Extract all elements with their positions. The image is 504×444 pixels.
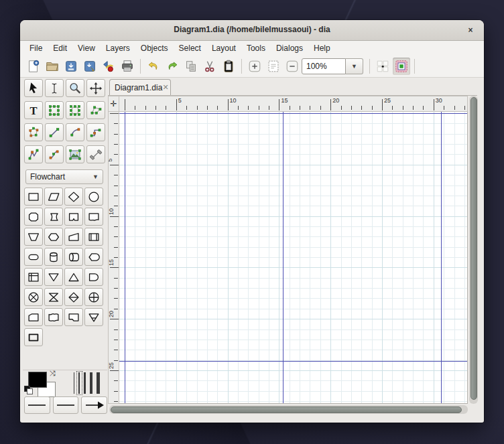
zoom-level-entry[interactable] [302, 58, 346, 74]
menu-objects[interactable]: Objects [135, 42, 174, 55]
line-style-button[interactable] [53, 396, 79, 414]
zoom-fit-button[interactable] [265, 58, 282, 75]
magnify-tool-button[interactable] [66, 79, 84, 97]
zoom-out-button[interactable] [284, 58, 301, 75]
line-tool-button[interactable] [45, 123, 64, 141]
zoom-dropdown-button[interactable]: ▼ [346, 58, 363, 74]
menu-dialogs[interactable]: Dialogs [271, 42, 308, 55]
shape-rounded-octagon-button[interactable] [24, 208, 43, 226]
shape-extract-triangle-button[interactable] [64, 268, 83, 286]
text-edit-tool-button[interactable] [45, 79, 64, 97]
line-end-style-button[interactable] [81, 396, 107, 414]
shape-parallelogram-button[interactable] [44, 188, 63, 206]
menu-view[interactable]: View [72, 42, 101, 55]
line-width-option-1[interactable] [74, 372, 74, 394]
shape-manual-input-button[interactable] [64, 228, 83, 246]
vertical-scrollbar-thumb[interactable] [470, 97, 477, 400]
scroll-tool-button[interactable] [86, 79, 105, 97]
polyline-tool-button[interactable] [24, 145, 43, 163]
titlebar[interactable]: Diagram1.dia (/home/bilelmussaoui) - dia… [20, 20, 484, 41]
outline-tool-button[interactable] [86, 145, 105, 163]
shape-direct-data-button[interactable] [44, 208, 63, 226]
tab-diagram1[interactable]: Diagram1.dia ✕ [109, 79, 171, 95]
bezierline-tool-button[interactable] [45, 145, 64, 163]
diagram-canvas[interactable] [119, 112, 468, 404]
modify-tool-button[interactable] [24, 79, 43, 97]
beziergon-tool-button[interactable] [24, 123, 43, 141]
shape-summing-junction-button[interactable] [24, 288, 43, 306]
menu-tools[interactable]: Tools [241, 42, 271, 55]
shape-magnetic-drum-button[interactable] [44, 248, 63, 266]
v-ruler-tick [114, 391, 118, 392]
shape-collate-button[interactable] [44, 288, 63, 306]
line-width-option-4[interactable] [90, 372, 92, 394]
shape-delay-button[interactable] [84, 268, 103, 286]
menu-layers[interactable]: Layers [101, 42, 135, 55]
shape-preparation-hexagon-button[interactable] [44, 228, 63, 246]
new-diagram-button[interactable] [25, 58, 42, 75]
shape-process-box-button[interactable] [24, 188, 43, 206]
fc-document-icon [86, 210, 101, 224]
line-width-option-3[interactable] [84, 372, 86, 394]
color-selector[interactable]: ⤨ [23, 370, 71, 396]
h-ruler-tick [392, 106, 393, 110]
shape-data-box-button[interactable] [24, 328, 43, 346]
box-tool-button[interactable] [45, 101, 64, 119]
shape-manual-operation-button[interactable] [24, 228, 43, 246]
redo-button[interactable] [164, 58, 181, 75]
arc-tool-button[interactable] [66, 123, 84, 141]
shape-document-button[interactable] [84, 208, 103, 226]
zigzagline-tool-button[interactable] [86, 123, 105, 141]
window-close-button[interactable]: × [465, 25, 476, 35]
swap-colors-icon[interactable]: ⤨ [50, 370, 59, 378]
shape-offline-storage-button[interactable] [84, 308, 103, 326]
zoom-in-button[interactable] [246, 58, 263, 75]
line-start-style-button[interactable] [24, 396, 50, 414]
shape-off-page-connector-button[interactable] [64, 208, 83, 226]
shape-magnetic-disk-button[interactable] [64, 248, 83, 266]
print-button[interactable] [119, 58, 136, 75]
shape-decision-diamond-button[interactable] [64, 188, 83, 206]
text-tool-button[interactable]: T [24, 101, 43, 119]
menu-help[interactable]: Help [308, 42, 336, 55]
shape-or-button[interactable] [84, 288, 103, 306]
default-colors-icon[interactable] [24, 386, 32, 394]
save-button[interactable] [62, 58, 80, 75]
export-button[interactable] [100, 58, 117, 75]
save-as-button[interactable] [81, 58, 99, 75]
snap-to-objects-toggle[interactable] [393, 58, 410, 75]
shape-merge-triangle-button[interactable] [44, 268, 63, 286]
line-width-option-5[interactable] [97, 372, 100, 394]
polygon-tool-button[interactable] [86, 101, 105, 119]
menu-file[interactable]: File [24, 42, 48, 55]
show-grid-toggle[interactable] [374, 58, 391, 75]
shape-predefined-process-button[interactable] [84, 228, 103, 246]
sheet-selector[interactable]: Flowchart ▼ [25, 169, 103, 184]
shape-terminal-button[interactable] [24, 248, 43, 266]
vertical-scrollbar[interactable] [469, 96, 478, 404]
horizontal-scrollbar-thumb[interactable] [111, 406, 462, 413]
shape-transmittal-tape-button[interactable] [64, 308, 83, 326]
open-diagram-button[interactable] [44, 58, 61, 75]
menu-layout[interactable]: Layout [206, 42, 241, 55]
shape-internal-storage-button[interactable] [24, 268, 43, 286]
cut-button[interactable] [201, 58, 218, 75]
ruler-origin-button[interactable]: ✛ [108, 96, 119, 112]
paste-button[interactable] [220, 58, 237, 75]
ellipse-tool-button[interactable] [66, 101, 84, 119]
h-ruler-tick [238, 106, 239, 110]
tab-close-icon[interactable]: ✕ [162, 83, 168, 92]
shape-card-button[interactable] [24, 308, 43, 326]
menu-select[interactable]: Select [174, 42, 206, 55]
h-ruler-label: 5 [178, 97, 182, 104]
shape-sort-button[interactable] [64, 288, 83, 306]
duplicate-button[interactable] [182, 58, 200, 75]
image-tool-button[interactable] [66, 145, 84, 163]
shape-connection-circle-button[interactable] [84, 188, 103, 206]
line-width-selector[interactable] [72, 371, 99, 395]
shape-punched-tape-button[interactable] [44, 308, 63, 326]
undo-button[interactable] [145, 58, 162, 75]
shape-display-button[interactable] [84, 248, 103, 266]
menu-edit[interactable]: Edit [48, 42, 72, 55]
horizontal-scrollbar[interactable] [109, 405, 468, 414]
